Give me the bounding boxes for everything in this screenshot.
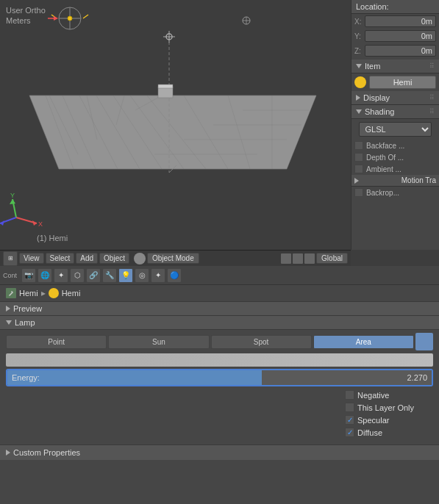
modifier-icon-btn[interactable]: 🔧 [102, 268, 117, 283]
lamp-sphere-icon [134, 253, 146, 264]
add-menu[interactable]: Add [76, 253, 98, 264]
shading-grip-icon: ⠿ [429, 108, 435, 115]
lamp-section-header[interactable]: Lamp [0, 316, 439, 330]
x-label: X: [354, 18, 365, 26]
breadcrumb-path: Hemi ▸ Hemi [0, 285, 439, 302]
negative-row: Negative [345, 389, 433, 401]
location-header: Location: [351, 0, 439, 14]
view-menu[interactable]: View [19, 253, 44, 264]
svg-text:Y: Y [10, 192, 15, 199]
motion-tra-row[interactable]: Motion Tra [351, 175, 439, 187]
shading-mode-select-container: GLSL [351, 119, 439, 140]
backropping-row: Backrop... [351, 187, 439, 198]
pivot-icon[interactable] [304, 253, 315, 264]
shading-header[interactable]: Shading ⠿ [351, 105, 439, 119]
energy-fill [7, 370, 262, 385]
specular-row: Specular [345, 414, 433, 426]
z-label: Z: [354, 47, 365, 55]
y-value[interactable]: 0m [365, 30, 436, 42]
item-grip-icon: ⠿ [429, 62, 435, 70]
color-strip[interactable] [6, 353, 433, 367]
lamp-triangle-icon [6, 320, 12, 325]
scene-icon-btn[interactable]: 🌐 [38, 268, 52, 283]
display-header[interactable]: Display ⠿ [351, 91, 439, 105]
data-icon-btn[interactable]: 💡 [118, 268, 133, 283]
this-layer-only-checkbox[interactable] [345, 403, 354, 412]
item-label: Item [365, 62, 380, 71]
path-lamp-icon [49, 288, 59, 298]
backropping-checkbox[interactable] [354, 188, 363, 197]
area-btn[interactable]: Area [313, 335, 414, 349]
depth-of-label: Depth Of ... [366, 154, 404, 162]
ambient-row: Ambient ... [351, 163, 439, 175]
preview-triangle-icon [6, 306, 10, 312]
path-separator: ▸ [41, 288, 46, 298]
energy-field-label: Energy: [12, 373, 40, 382]
particles-icon-btn[interactable]: ✦ [151, 268, 165, 283]
render-icon-btn[interactable]: 📷 [21, 268, 36, 283]
material-icon-btn[interactable]: ◎ [135, 268, 149, 283]
shading-mode-select[interactable]: GLSL [359, 122, 432, 137]
item-header[interactable]: Item ⠿ [351, 60, 439, 73]
coord-system-select[interactable]: Global [316, 253, 348, 264]
object-props-icon-btn[interactable]: ⬡ [70, 268, 85, 283]
energy-container: Energy: 2.270 [6, 369, 433, 386]
view-mode-icon[interactable]: ⊞ [3, 251, 18, 266]
object-menu[interactable]: Object [99, 253, 129, 264]
x-value[interactable]: 0m [365, 15, 436, 27]
hemi-type-btn[interactable] [415, 333, 433, 350]
custom-properties-header[interactable]: Custom Properties [0, 444, 439, 460]
svg-marker-1 [29, 96, 316, 169]
props-icon-toolbar: Cont 📷 🌐 ✦ ⬡ 🔗 🔧 💡 ◎ ✦ 🔵 [0, 266, 439, 285]
depth-of-row: Depth Of ... [351, 151, 439, 163]
energy-bar[interactable]: Energy: 2.270 [7, 370, 432, 385]
svg-rect-26 [158, 84, 173, 88]
energy-field-value: 2.270 [407, 373, 427, 382]
cont-label: Cont [3, 272, 17, 279]
motion-tra-label: Motion Tra [401, 176, 436, 184]
y-label: Y: [354, 32, 365, 40]
item-content: Hemi [351, 73, 439, 91]
this-layer-only-label: This Layer Only [357, 403, 414, 412]
preview-section-header[interactable]: Preview [0, 302, 439, 316]
world-icon-btn[interactable]: ✦ [54, 268, 68, 283]
location-label: Location: [356, 2, 389, 11]
select-menu[interactable]: Select [46, 253, 75, 264]
hemi-name-field[interactable]: Hemi [369, 76, 436, 89]
diffuse-label: Diffuse [357, 428, 382, 437]
constraints-icon-btn[interactable]: 🔗 [86, 268, 101, 283]
depth-of-checkbox[interactable] [354, 153, 363, 162]
ambient-checkbox[interactable] [354, 165, 363, 173]
ambient-label: Ambient ... [366, 165, 401, 173]
object-mode-select[interactable]: Object Mode [147, 253, 199, 264]
display-triangle-icon [356, 95, 360, 101]
svg-text:X: X [38, 220, 43, 228]
backface-checkbox[interactable] [354, 141, 363, 150]
path-item1: Hemi [19, 289, 38, 298]
point-btn[interactable]: Point [6, 335, 107, 349]
3d-viewport[interactable]: X Y Z User Ortho Meters (1) Hemi [0, 0, 351, 250]
path-item2: Hemi [62, 289, 81, 298]
z-value[interactable]: 0m [365, 45, 436, 57]
spot-btn[interactable]: Spot [211, 335, 312, 349]
backface-row: Backface ... [351, 140, 439, 151]
backface-label: Backface ... [366, 142, 404, 150]
checkboxes-area: Negative This Layer Only Specular Diffus… [6, 389, 433, 439]
custom-props-label: Custom Properties [13, 448, 80, 457]
hemi-object-label: (1) Hemi [37, 234, 68, 242]
shading-label: Shading [365, 107, 394, 116]
diffuse-checkbox[interactable] [345, 428, 354, 437]
diffuse-row: Diffuse [345, 426, 433, 439]
location-y-row: Y: 0m [351, 29, 439, 43]
snap-icon[interactable] [281, 253, 291, 264]
specular-checkbox[interactable] [345, 415, 354, 425]
proportional-icon[interactable] [293, 253, 303, 264]
location-x-row: X: 0m [351, 14, 439, 29]
physics-icon-btn[interactable]: 🔵 [167, 268, 182, 283]
negative-checkbox[interactable] [345, 390, 354, 400]
svg-point-45 [68, 16, 72, 21]
sun-btn[interactable]: Sun [108, 335, 209, 349]
right-checkboxes: Negative This Layer Only Specular Diffus… [345, 389, 433, 439]
viewport-toolbar: ⊞ View Select Add Object Object Mode Glo… [0, 250, 351, 266]
wrench-icon [6, 288, 16, 298]
